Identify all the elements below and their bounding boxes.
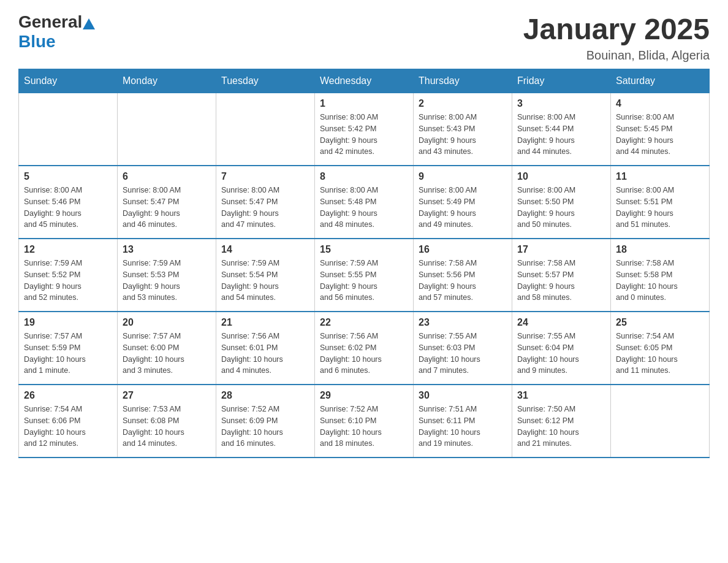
page-header: General Blue January 2025 Bouinan, Blida…	[18, 12, 710, 63]
header-friday: Friday	[512, 69, 611, 93]
calendar-cell: 9Sunrise: 8:00 AMSunset: 5:49 PMDaylight…	[414, 166, 512, 239]
calendar-cell: 16Sunrise: 7:58 AMSunset: 5:56 PMDayligh…	[414, 239, 512, 312]
header-thursday: Thursday	[414, 69, 512, 93]
calendar-week-row: 5Sunrise: 8:00 AMSunset: 5:46 PMDaylight…	[19, 166, 710, 239]
logo: General Blue	[18, 12, 95, 52]
day-info: Sunrise: 8:00 AMSunset: 5:46 PMDaylight:…	[24, 185, 112, 231]
day-number: 14	[221, 244, 309, 255]
day-number: 22	[320, 317, 408, 328]
calendar-cell: 29Sunrise: 7:52 AMSunset: 6:10 PMDayligh…	[315, 385, 414, 458]
calendar-cell: 23Sunrise: 7:55 AMSunset: 6:03 PMDayligh…	[414, 312, 512, 385]
subtitle: Bouinan, Blida, Algeria	[523, 48, 710, 63]
day-number: 3	[517, 98, 605, 109]
calendar-cell: 14Sunrise: 7:59 AMSunset: 5:54 PMDayligh…	[216, 239, 315, 312]
day-info: Sunrise: 7:59 AMSunset: 5:53 PMDaylight:…	[123, 258, 211, 304]
day-number: 12	[24, 244, 112, 255]
day-number: 15	[320, 244, 408, 255]
day-number: 1	[320, 98, 408, 109]
day-info: Sunrise: 7:57 AMSunset: 5:59 PMDaylight:…	[24, 331, 112, 377]
calendar-header-row: Sunday Monday Tuesday Wednesday Thursday…	[19, 69, 710, 93]
calendar-cell: 11Sunrise: 8:00 AMSunset: 5:51 PMDayligh…	[611, 166, 710, 239]
calendar-cell: 30Sunrise: 7:51 AMSunset: 6:11 PMDayligh…	[414, 385, 512, 458]
day-number: 20	[123, 317, 211, 328]
day-number: 24	[517, 317, 605, 328]
calendar-table: Sunday Monday Tuesday Wednesday Thursday…	[18, 69, 710, 458]
calendar-cell: 2Sunrise: 8:00 AMSunset: 5:43 PMDaylight…	[414, 93, 512, 166]
day-number: 30	[419, 390, 507, 401]
calendar-week-row: 12Sunrise: 7:59 AMSunset: 5:52 PMDayligh…	[19, 239, 710, 312]
day-info: Sunrise: 7:51 AMSunset: 6:11 PMDaylight:…	[419, 404, 507, 450]
day-number: 16	[419, 244, 507, 255]
calendar-cell: 28Sunrise: 7:52 AMSunset: 6:09 PMDayligh…	[216, 385, 315, 458]
calendar-cell: 8Sunrise: 8:00 AMSunset: 5:48 PMDaylight…	[315, 166, 414, 239]
calendar-cell: 19Sunrise: 7:57 AMSunset: 5:59 PMDayligh…	[19, 312, 118, 385]
day-number: 10	[517, 171, 605, 182]
day-info: Sunrise: 7:52 AMSunset: 6:10 PMDaylight:…	[320, 404, 408, 450]
day-info: Sunrise: 7:55 AMSunset: 6:04 PMDaylight:…	[517, 331, 605, 377]
calendar-cell	[19, 93, 118, 166]
header-monday: Monday	[118, 69, 216, 93]
calendar-cell: 21Sunrise: 7:56 AMSunset: 6:01 PMDayligh…	[216, 312, 315, 385]
day-info: Sunrise: 8:00 AMSunset: 5:49 PMDaylight:…	[419, 185, 507, 231]
calendar-cell: 5Sunrise: 8:00 AMSunset: 5:46 PMDaylight…	[19, 166, 118, 239]
day-info: Sunrise: 7:58 AMSunset: 5:56 PMDaylight:…	[419, 258, 507, 304]
day-number: 29	[320, 390, 408, 401]
calendar-cell: 4Sunrise: 8:00 AMSunset: 5:45 PMDaylight…	[611, 93, 710, 166]
day-number: 8	[320, 171, 408, 182]
calendar-cell: 6Sunrise: 8:00 AMSunset: 5:47 PMDaylight…	[118, 166, 216, 239]
day-info: Sunrise: 8:00 AMSunset: 5:44 PMDaylight:…	[517, 112, 605, 158]
day-info: Sunrise: 7:56 AMSunset: 6:02 PMDaylight:…	[320, 331, 408, 377]
day-info: Sunrise: 8:00 AMSunset: 5:48 PMDaylight:…	[320, 185, 408, 231]
day-number: 19	[24, 317, 112, 328]
day-info: Sunrise: 7:58 AMSunset: 5:57 PMDaylight:…	[517, 258, 605, 304]
calendar-cell: 15Sunrise: 7:59 AMSunset: 5:55 PMDayligh…	[315, 239, 414, 312]
calendar-cell: 31Sunrise: 7:50 AMSunset: 6:12 PMDayligh…	[512, 385, 611, 458]
day-number: 18	[616, 244, 704, 255]
day-number: 31	[517, 390, 605, 401]
day-info: Sunrise: 8:00 AMSunset: 5:47 PMDaylight:…	[123, 185, 211, 231]
calendar-week-row: 1Sunrise: 8:00 AMSunset: 5:42 PMDaylight…	[19, 93, 710, 166]
calendar-cell: 3Sunrise: 8:00 AMSunset: 5:44 PMDaylight…	[512, 93, 611, 166]
calendar-cell	[118, 93, 216, 166]
header-wednesday: Wednesday	[315, 69, 414, 93]
day-info: Sunrise: 7:55 AMSunset: 6:03 PMDaylight:…	[419, 331, 507, 377]
calendar-week-row: 19Sunrise: 7:57 AMSunset: 5:59 PMDayligh…	[19, 312, 710, 385]
calendar-cell: 17Sunrise: 7:58 AMSunset: 5:57 PMDayligh…	[512, 239, 611, 312]
day-info: Sunrise: 7:59 AMSunset: 5:55 PMDaylight:…	[320, 258, 408, 304]
day-number: 23	[419, 317, 507, 328]
page-title: January 2025	[523, 12, 710, 46]
calendar-cell: 24Sunrise: 7:55 AMSunset: 6:04 PMDayligh…	[512, 312, 611, 385]
day-number: 28	[221, 390, 309, 401]
calendar-cell: 22Sunrise: 7:56 AMSunset: 6:02 PMDayligh…	[315, 312, 414, 385]
day-info: Sunrise: 7:56 AMSunset: 6:01 PMDaylight:…	[221, 331, 309, 377]
day-number: 25	[616, 317, 704, 328]
calendar-cell: 12Sunrise: 7:59 AMSunset: 5:52 PMDayligh…	[19, 239, 118, 312]
day-number: 21	[221, 317, 309, 328]
day-info: Sunrise: 7:54 AMSunset: 6:06 PMDaylight:…	[24, 404, 112, 450]
day-number: 17	[517, 244, 605, 255]
title-block: January 2025 Bouinan, Blida, Algeria	[523, 12, 710, 63]
day-number: 26	[24, 390, 112, 401]
day-info: Sunrise: 8:00 AMSunset: 5:42 PMDaylight:…	[320, 112, 408, 158]
day-number: 2	[419, 98, 507, 109]
day-info: Sunrise: 8:00 AMSunset: 5:45 PMDaylight:…	[616, 112, 704, 158]
day-info: Sunrise: 7:52 AMSunset: 6:09 PMDaylight:…	[221, 404, 309, 450]
day-info: Sunrise: 7:59 AMSunset: 5:54 PMDaylight:…	[221, 258, 309, 304]
day-number: 6	[123, 171, 211, 182]
day-number: 13	[123, 244, 211, 255]
header-sunday: Sunday	[19, 69, 118, 93]
calendar-cell: 18Sunrise: 7:58 AMSunset: 5:58 PMDayligh…	[611, 239, 710, 312]
calendar-cell: 7Sunrise: 8:00 AMSunset: 5:47 PMDaylight…	[216, 166, 315, 239]
calendar-cell: 1Sunrise: 8:00 AMSunset: 5:42 PMDaylight…	[315, 93, 414, 166]
header-tuesday: Tuesday	[216, 69, 315, 93]
day-info: Sunrise: 8:00 AMSunset: 5:50 PMDaylight:…	[517, 185, 605, 231]
day-number: 4	[616, 98, 704, 109]
calendar-cell: 27Sunrise: 7:53 AMSunset: 6:08 PMDayligh…	[118, 385, 216, 458]
calendar-cell: 26Sunrise: 7:54 AMSunset: 6:06 PMDayligh…	[19, 385, 118, 458]
header-saturday: Saturday	[611, 69, 710, 93]
day-info: Sunrise: 7:50 AMSunset: 6:12 PMDaylight:…	[517, 404, 605, 450]
day-info: Sunrise: 7:58 AMSunset: 5:58 PMDaylight:…	[616, 258, 704, 304]
day-info: Sunrise: 7:59 AMSunset: 5:52 PMDaylight:…	[24, 258, 112, 304]
day-info: Sunrise: 8:00 AMSunset: 5:51 PMDaylight:…	[616, 185, 704, 231]
calendar-week-row: 26Sunrise: 7:54 AMSunset: 6:06 PMDayligh…	[19, 385, 710, 458]
